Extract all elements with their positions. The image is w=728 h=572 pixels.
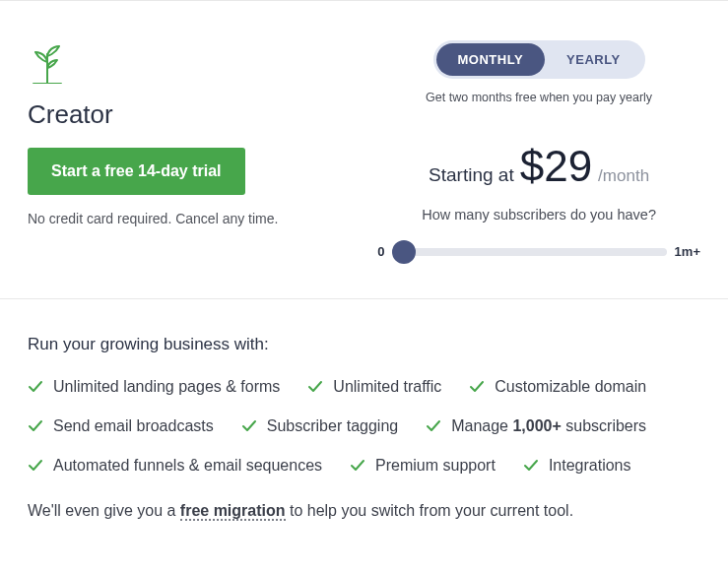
section-divider (0, 298, 728, 299)
slider-min-label: 0 (377, 244, 384, 259)
feature-item: Automated funnels & email sequences (28, 457, 322, 475)
feature-item: Customizable domain (469, 378, 646, 396)
feature-item: Unlimited traffic (307, 378, 441, 396)
price-prefix: Starting at (429, 164, 514, 186)
features-section: Run your growing business with: Unlimite… (28, 335, 700, 520)
feature-label: Unlimited traffic (333, 378, 441, 396)
feature-label: Integrations (549, 457, 631, 475)
monthly-option[interactable]: MONTHLY (436, 43, 546, 76)
features-list: Unlimited landing pages & forms Unlimite… (28, 378, 700, 475)
check-icon (28, 379, 43, 395)
yearly-option[interactable]: YEARLY (545, 43, 642, 76)
feature-item: Manage 1,000+ subscribers (426, 417, 646, 435)
check-icon (28, 458, 43, 474)
feature-item: Premium support (350, 457, 496, 475)
pricing-card: Creator Start a free 14-day trial No cre… (0, 0, 728, 572)
price-amount: $29 (520, 142, 592, 191)
check-icon (241, 418, 257, 434)
billing-period-toggle: MONTHLY YEARLY (433, 40, 645, 79)
feature-item: Send email broadcasts (28, 417, 214, 435)
start-trial-button[interactable]: Start a free 14-day trial (28, 148, 245, 195)
plant-icon (28, 40, 351, 88)
feature-label: Unlimited landing pages & forms (53, 378, 280, 396)
feature-label: Send email broadcasts (53, 417, 214, 435)
feature-item: Integrations (523, 457, 631, 475)
subscriber-question: How many subscribers do you have? (377, 207, 700, 222)
feature-item: Unlimited landing pages & forms (28, 378, 280, 396)
check-icon (469, 379, 485, 395)
price-suffix: /month (598, 166, 649, 186)
check-icon (28, 418, 43, 434)
check-icon (307, 379, 323, 395)
feature-label: Customizable domain (495, 378, 646, 396)
features-intro: Run your growing business with: (28, 335, 700, 354)
feature-label: Automated funnels & email sequences (53, 457, 322, 475)
feature-label: Premium support (375, 457, 496, 475)
slider-thumb[interactable] (392, 240, 416, 264)
check-icon (350, 458, 365, 474)
left-column: Creator Start a free 14-day trial No cre… (28, 40, 351, 259)
subscriber-slider-row: 0 1m+ (377, 244, 700, 259)
top-section: Creator Start a free 14-day trial No cre… (28, 40, 700, 298)
free-migration-link[interactable]: free migration (180, 502, 286, 521)
yearly-discount-note: Get two months free when you pay yearly (377, 91, 700, 104)
migration-line: We'll even give you a free migration to … (28, 502, 700, 520)
slider-max-label: 1m+ (675, 244, 700, 259)
check-icon (426, 418, 441, 434)
right-column: MONTHLY YEARLY Get two months free when … (377, 40, 700, 259)
price-line: Starting at $29 /month (377, 142, 700, 191)
feature-label: Manage 1,000+ subscribers (451, 417, 646, 435)
subscriber-slider[interactable] (392, 248, 666, 256)
check-icon (523, 458, 539, 474)
disclaimer-text: No credit card required. Cancel any time… (28, 211, 351, 226)
plan-title: Creator (28, 99, 351, 130)
feature-item: Subscriber tagging (241, 417, 398, 435)
feature-label: Subscriber tagging (267, 417, 398, 435)
